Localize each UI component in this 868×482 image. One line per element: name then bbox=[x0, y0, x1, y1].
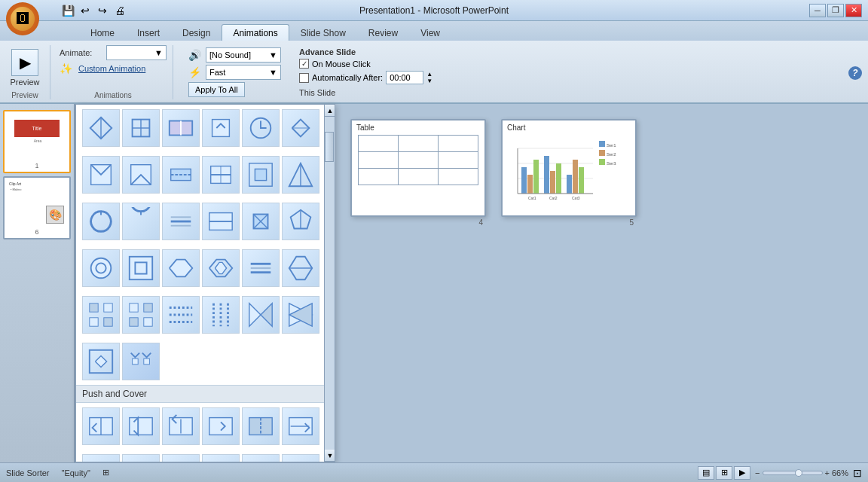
help-button[interactable]: ? bbox=[848, 66, 862, 80]
dropdown-scrollbar: ▲ ▼ bbox=[324, 105, 335, 462]
anim-item[interactable] bbox=[282, 454, 319, 462]
anim-item[interactable] bbox=[122, 296, 160, 334]
tab-home[interactable]: Home bbox=[79, 24, 126, 41]
anim-item[interactable] bbox=[242, 203, 280, 240]
anim-item[interactable] bbox=[202, 156, 240, 194]
restore-button[interactable]: ❐ bbox=[827, 4, 844, 17]
anim-item[interactable] bbox=[282, 296, 319, 334]
svg-point-30 bbox=[91, 258, 112, 279]
anim-item[interactable] bbox=[122, 203, 160, 240]
scroll-thumb[interactable] bbox=[325, 132, 334, 162]
view-buttons: ▤ ⊞ ▶ bbox=[698, 466, 750, 480]
anim-item[interactable] bbox=[242, 454, 280, 462]
scroll-down-button[interactable]: ▼ bbox=[325, 450, 335, 462]
theme-label[interactable]: "Equity" bbox=[61, 468, 90, 477]
anim-item[interactable] bbox=[242, 109, 280, 147]
redo-button[interactable]: ↪ bbox=[95, 3, 110, 18]
anim-item[interactable] bbox=[162, 156, 200, 194]
anim-item[interactable] bbox=[202, 109, 240, 147]
anim-item[interactable] bbox=[82, 454, 120, 462]
auto-after-checkbox[interactable] bbox=[299, 73, 309, 83]
main-content: Title Area 1 Clip Art • Malmo 🎨 6 bbox=[0, 104, 868, 462]
anim-item[interactable] bbox=[122, 454, 160, 462]
anim-item[interactable] bbox=[202, 296, 240, 334]
svg-text:Cat1: Cat1 bbox=[528, 196, 536, 200]
anim-item[interactable] bbox=[82, 407, 120, 445]
slide-thumb-1[interactable]: Title Area 1 bbox=[3, 110, 71, 173]
anim-item[interactable] bbox=[202, 203, 240, 240]
time-spinner[interactable]: ▲ ▼ bbox=[426, 71, 432, 84]
slide-sorter-label[interactable]: Slide Sorter bbox=[6, 468, 49, 477]
office-button[interactable]: 🅾 bbox=[6, 2, 39, 35]
anim-item[interactable] bbox=[242, 407, 280, 445]
slide-thumb-6[interactable]: Clip Art • Malmo 🎨 6 bbox=[3, 176, 71, 239]
anim-item[interactable] bbox=[242, 156, 280, 194]
zoom-thumb[interactable] bbox=[795, 469, 802, 477]
anim-item[interactable] bbox=[122, 156, 160, 194]
animate-dropdown[interactable]: ▼ bbox=[106, 45, 167, 60]
slide-sorter-button[interactable]: ⊞ bbox=[716, 466, 732, 480]
custom-animation-label[interactable]: Custom Animation bbox=[78, 64, 145, 73]
anim-item[interactable] bbox=[122, 109, 160, 147]
anim-item[interactable] bbox=[282, 249, 319, 287]
anim-item[interactable] bbox=[82, 203, 120, 240]
anim-item[interactable] bbox=[162, 203, 200, 240]
anim-item[interactable] bbox=[162, 296, 200, 334]
svg-rect-46 bbox=[144, 318, 152, 326]
anim-item[interactable] bbox=[162, 407, 200, 445]
close-button[interactable]: ✕ bbox=[845, 4, 862, 17]
anim-item[interactable] bbox=[82, 109, 120, 147]
tab-slideshow[interactable]: Slide Show bbox=[289, 24, 357, 41]
normal-view-button[interactable]: ▤ bbox=[698, 466, 714, 480]
anim-item[interactable] bbox=[162, 454, 200, 462]
minimize-button[interactable]: ─ bbox=[809, 4, 826, 17]
auto-after-input[interactable]: 00:00 bbox=[386, 71, 423, 84]
anim-item[interactable] bbox=[82, 343, 120, 380]
anim-item[interactable] bbox=[282, 109, 319, 147]
zoom-in-button[interactable]: + bbox=[825, 468, 830, 477]
anim-item[interactable] bbox=[122, 343, 160, 380]
layout-icon[interactable]: ⊞ bbox=[102, 468, 109, 477]
auto-after-row: Automatically After: 00:00 ▲ ▼ bbox=[299, 71, 432, 84]
print-button[interactable]: 🖨 bbox=[112, 3, 127, 18]
animations-section-label: Animations bbox=[94, 90, 131, 99]
scroll-up-button[interactable]: ▲ bbox=[325, 105, 335, 117]
zoom-slider[interactable] bbox=[763, 471, 823, 475]
tab-design[interactable]: Design bbox=[171, 24, 222, 41]
anim-item[interactable] bbox=[122, 407, 160, 445]
preview-icon: ▶ bbox=[11, 49, 38, 76]
anim-item[interactable] bbox=[242, 296, 280, 334]
slideshow-button[interactable]: ▶ bbox=[734, 466, 750, 480]
apply-to-all-button[interactable]: Apply To All bbox=[188, 82, 245, 97]
anim-item[interactable] bbox=[282, 203, 319, 240]
tab-animations[interactable]: Animations bbox=[222, 24, 289, 41]
anim-item[interactable] bbox=[242, 249, 280, 287]
anim-item[interactable] bbox=[282, 407, 319, 445]
anim-item[interactable] bbox=[82, 296, 120, 334]
anim-item[interactable] bbox=[162, 109, 200, 147]
preview-button[interactable]: ▶ Preview bbox=[6, 49, 44, 87]
anim-item[interactable] bbox=[162, 249, 200, 287]
undo-button[interactable]: ↩ bbox=[78, 3, 93, 18]
slide-4-card[interactable]: Table bbox=[350, 119, 486, 217]
tab-view[interactable]: View bbox=[409, 24, 451, 41]
zoom-out-button[interactable]: − bbox=[755, 468, 760, 477]
transition-dropdown: Push and Cover bbox=[75, 104, 335, 462]
anim-item[interactable] bbox=[82, 156, 120, 194]
anim-item[interactable] bbox=[82, 249, 120, 287]
speed-dropdown[interactable]: Fast ▼ bbox=[206, 65, 281, 80]
anim-item[interactable] bbox=[202, 454, 240, 462]
sound-dropdown[interactable]: [No Sound] ▼ bbox=[206, 47, 281, 63]
mouse-click-checkbox[interactable] bbox=[299, 59, 309, 69]
tab-review[interactable]: Review bbox=[357, 24, 409, 41]
save-button[interactable]: 💾 bbox=[60, 3, 75, 18]
tab-insert[interactable]: Insert bbox=[126, 24, 171, 41]
fit-button[interactable]: ⊡ bbox=[853, 467, 862, 479]
svg-rect-6 bbox=[212, 120, 230, 137]
slide-5-card[interactable]: Chart Ser1 Ser2 Ser3 bbox=[501, 119, 637, 217]
sound-row: 🔊 [No Sound] ▼ bbox=[188, 47, 281, 63]
anim-item[interactable] bbox=[202, 249, 240, 287]
anim-item[interactable] bbox=[202, 407, 240, 445]
anim-item[interactable] bbox=[282, 156, 319, 194]
anim-item[interactable] bbox=[122, 249, 160, 287]
